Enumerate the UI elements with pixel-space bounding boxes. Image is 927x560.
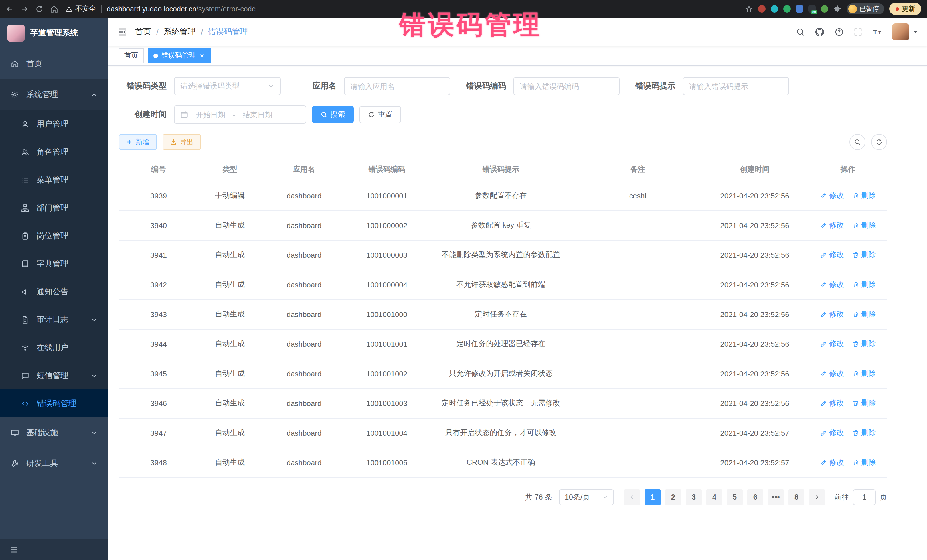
page-ellipsis-button[interactable]: ••• bbox=[768, 489, 784, 505]
edit-link[interactable]: 修改 bbox=[820, 190, 844, 201]
sidebar-item-sms-management[interactable]: 短信管理 bbox=[0, 361, 108, 390]
sidebar-item-menu-management[interactable]: 菜单管理 bbox=[0, 166, 108, 194]
sidebar-item-audit-log[interactable]: 审计日志 bbox=[0, 306, 108, 334]
delete-link[interactable]: 删除 bbox=[852, 369, 876, 379]
caret-down-icon bbox=[913, 29, 918, 35]
show-search-toggle-button[interactable] bbox=[849, 134, 865, 150]
edit-link[interactable]: 修改 bbox=[820, 369, 844, 379]
page-button-6[interactable]: 6 bbox=[747, 489, 763, 505]
edit-link[interactable]: 修改 bbox=[820, 428, 844, 438]
end-date-input[interactable] bbox=[238, 110, 278, 119]
page-button-4[interactable]: 4 bbox=[706, 489, 722, 505]
goto-page-input[interactable] bbox=[853, 489, 876, 505]
tab-error-code-management[interactable]: 错误码管理 bbox=[148, 48, 211, 63]
page-button-2[interactable]: 2 bbox=[665, 489, 681, 505]
sidebar-item-department-management[interactable]: 部门管理 bbox=[0, 194, 108, 222]
breadcrumb-home[interactable]: 首页 bbox=[135, 27, 151, 37]
edit-link[interactable]: 修改 bbox=[820, 309, 844, 319]
user-avatar bbox=[892, 23, 909, 41]
pencil-icon bbox=[820, 311, 827, 318]
error-code-input[interactable] bbox=[520, 82, 613, 90]
tags-view: 首页 错误码管理 bbox=[108, 46, 927, 65]
date-range-picker[interactable]: - bbox=[174, 106, 306, 124]
app-name-input[interactable] bbox=[350, 82, 444, 90]
fullscreen-icon[interactable] bbox=[853, 27, 863, 36]
sidebar-collapse-button[interactable] bbox=[0, 539, 108, 560]
page-size-select[interactable]: 10条/页 bbox=[559, 489, 614, 505]
browser-update-button[interactable]: 更新 bbox=[889, 3, 921, 15]
delete-link[interactable]: 删除 bbox=[852, 428, 876, 438]
sidebar-item-user-management[interactable]: 用户管理 bbox=[0, 110, 108, 138]
extension-icon-leaf[interactable] bbox=[821, 5, 828, 12]
sidebar-item-infrastructure[interactable]: 基础设施 bbox=[0, 417, 108, 448]
forward-icon[interactable] bbox=[21, 5, 29, 13]
page-button-1[interactable]: 1 bbox=[644, 489, 661, 505]
delete-link[interactable]: 删除 bbox=[852, 190, 876, 201]
font-size-icon[interactable]: TT bbox=[872, 27, 883, 37]
extensions-puzzle-icon[interactable] bbox=[833, 5, 841, 13]
page-button-3[interactable]: 3 bbox=[686, 489, 702, 505]
sidebar-item-home[interactable]: 首页 bbox=[0, 49, 108, 79]
cell-id: 3942 bbox=[119, 270, 199, 299]
extension-icon-teal[interactable] bbox=[770, 5, 778, 12]
reset-button[interactable]: 重置 bbox=[359, 106, 401, 123]
sidebar-item-dev-tools[interactable]: 研发工具 bbox=[0, 448, 108, 479]
delete-link[interactable]: 删除 bbox=[852, 309, 876, 319]
sidebar-item-online-users[interactable]: 在线用户 bbox=[0, 334, 108, 361]
error-hint-input[interactable] bbox=[689, 82, 783, 90]
back-icon[interactable] bbox=[6, 5, 14, 13]
cell-type: 自动生成 bbox=[199, 329, 261, 359]
delete-link[interactable]: 删除 bbox=[852, 398, 876, 408]
sidebar-item-dictionary-management[interactable]: 字典管理 bbox=[0, 250, 108, 278]
sidebar-item-error-code-management[interactable]: 错误码管理 bbox=[0, 390, 108, 417]
profile-paused-chip[interactable]: 已暂停 bbox=[846, 3, 884, 14]
refresh-table-button[interactable] bbox=[871, 134, 887, 150]
page-button-5[interactable]: 5 bbox=[727, 489, 743, 505]
edit-link[interactable]: 修改 bbox=[820, 250, 844, 260]
delete-link[interactable]: 删除 bbox=[852, 457, 876, 467]
export-button[interactable]: 导出 bbox=[163, 134, 201, 150]
security-chip[interactable]: 不安全 bbox=[65, 4, 96, 14]
sidebar-item-system-management[interactable]: 系统管理 bbox=[0, 79, 108, 110]
help-icon[interactable] bbox=[834, 27, 844, 36]
add-button[interactable]: 新增 bbox=[119, 134, 157, 150]
sidebar-item-role-management[interactable]: 角色管理 bbox=[0, 138, 108, 166]
extension-icon-dark-on[interactable]: on bbox=[808, 5, 816, 12]
extension-icon-blue[interactable] bbox=[795, 5, 803, 12]
address-bar[interactable]: dashboard.yudao.iocoder.cn/system/error-… bbox=[107, 5, 256, 13]
breadcrumb-system[interactable]: 系统管理 bbox=[164, 27, 196, 37]
edit-link[interactable]: 修改 bbox=[820, 398, 844, 408]
select-placeholder: 请选择错误码类型 bbox=[180, 81, 240, 91]
edit-link[interactable]: 修改 bbox=[820, 457, 844, 467]
edit-link[interactable]: 修改 bbox=[820, 339, 844, 349]
tab-home[interactable]: 首页 bbox=[119, 48, 144, 63]
tab-close-button[interactable] bbox=[199, 53, 205, 58]
extension-icon-red[interactable] bbox=[758, 5, 765, 12]
delete-link[interactable]: 删除 bbox=[852, 250, 876, 260]
delete-link[interactable]: 删除 bbox=[852, 339, 876, 349]
extension-icon-green[interactable] bbox=[783, 5, 790, 12]
delete-link[interactable]: 删除 bbox=[852, 279, 876, 290]
sidebar-item-post-management[interactable]: 岗位管理 bbox=[0, 222, 108, 250]
reload-icon[interactable] bbox=[35, 5, 43, 13]
next-page-button[interactable] bbox=[809, 489, 825, 505]
bookmark-star-icon[interactable] bbox=[745, 5, 753, 13]
home-browser-icon[interactable] bbox=[50, 5, 58, 13]
edit-link[interactable]: 修改 bbox=[820, 220, 844, 231]
prev-page-button[interactable] bbox=[624, 489, 640, 505]
page-button-8[interactable]: 8 bbox=[789, 489, 804, 505]
start-date-input[interactable] bbox=[190, 110, 231, 119]
user-menu[interactable] bbox=[892, 23, 918, 41]
cell-hint: CRON 表达式不正确 bbox=[427, 448, 575, 477]
delete-link[interactable]: 删除 bbox=[852, 220, 876, 231]
github-icon[interactable] bbox=[815, 27, 825, 37]
app-logo[interactable]: 芋道管理系统 bbox=[0, 18, 108, 49]
sidebar-item-notice-announcement[interactable]: 通知公告 bbox=[0, 278, 108, 306]
edit-link[interactable]: 修改 bbox=[820, 279, 844, 290]
error-code-type-select[interactable]: 请选择错误码类型 bbox=[174, 77, 281, 95]
search-icon[interactable] bbox=[796, 27, 805, 36]
fold-menu-icon[interactable] bbox=[117, 27, 127, 37]
filter-error-hint: 错误码提示 bbox=[635, 77, 789, 95]
search-button[interactable]: 搜索 bbox=[312, 106, 354, 123]
cell-time: 2021-04-20 23:52:56 bbox=[701, 181, 809, 211]
